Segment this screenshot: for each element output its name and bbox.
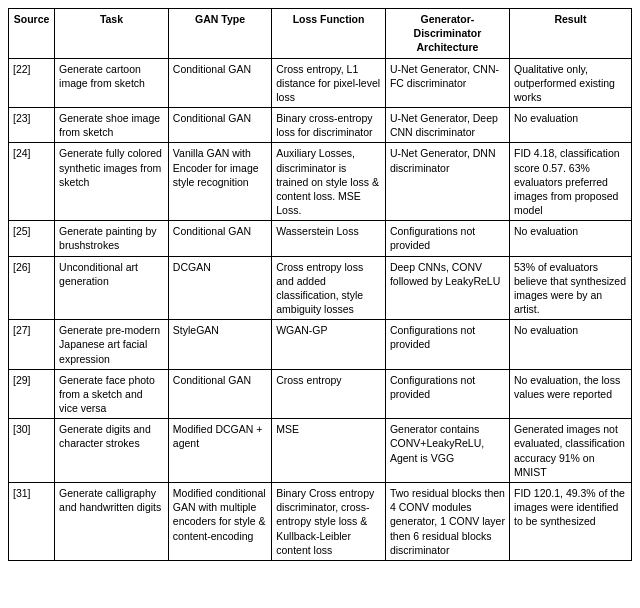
cell-source: [26]	[9, 256, 55, 320]
cell-loss: Binary cross-entropy loss for discrimina…	[272, 108, 386, 143]
cell-task: Generate digits and character strokes	[55, 419, 169, 483]
cell-task: Generate face photo from a sketch and vi…	[55, 369, 169, 419]
cell-task: Generate shoe image from sketch	[55, 108, 169, 143]
cell-source: [25]	[9, 221, 55, 256]
cell-source: [31]	[9, 482, 55, 560]
table-row: [22]Generate cartoon image from sketchCo…	[9, 58, 632, 108]
table-row: [31]Generate calligraphy and handwritten…	[9, 482, 632, 560]
cell-task: Unconditional art generation	[55, 256, 169, 320]
cell-result: No evaluation	[509, 108, 631, 143]
cell-source: [30]	[9, 419, 55, 483]
cell-gen-disc: Deep CNNs, CONV followed by LeakyReLU	[385, 256, 509, 320]
cell-gen-disc: U-Net Generator, DNN discriminator	[385, 143, 509, 221]
cell-gan: StyleGAN	[168, 320, 271, 370]
cell-gen-disc: Configurations not provided	[385, 221, 509, 256]
header-task: Task	[55, 9, 169, 59]
cell-loss: Wasserstein Loss	[272, 221, 386, 256]
cell-loss: MSE	[272, 419, 386, 483]
cell-source: [23]	[9, 108, 55, 143]
cell-result: FID 120.1, 49.3% of the images were iden…	[509, 482, 631, 560]
cell-gen-disc: Generator contains CONV+LeakyReLU, Agent…	[385, 419, 509, 483]
table-row: [24]Generate fully colored synthetic ima…	[9, 143, 632, 221]
cell-gan: Vanilla GAN with Encoder for image style…	[168, 143, 271, 221]
header-source: Source	[9, 9, 55, 59]
cell-gan: DCGAN	[168, 256, 271, 320]
cell-source: [29]	[9, 369, 55, 419]
cell-loss: WGAN-GP	[272, 320, 386, 370]
table-row: [23]Generate shoe image from sketchCondi…	[9, 108, 632, 143]
cell-gen-disc: Configurations not provided	[385, 369, 509, 419]
cell-task: Generate fully colored synthetic images …	[55, 143, 169, 221]
cell-gan: Modified DCGAN + agent	[168, 419, 271, 483]
cell-gan: Conditional GAN	[168, 58, 271, 108]
table-row: [25]Generate painting by brushstrokesCon…	[9, 221, 632, 256]
cell-loss: Cross entropy loss and added classificat…	[272, 256, 386, 320]
cell-loss: Cross entropy, L1 distance for pixel-lev…	[272, 58, 386, 108]
cell-result: No evaluation	[509, 320, 631, 370]
cell-gan: Conditional GAN	[168, 369, 271, 419]
header-gen-disc: Generator-Discriminator Architecture	[385, 9, 509, 59]
header-result: Result	[509, 9, 631, 59]
table-row: [29]Generate face photo from a sketch an…	[9, 369, 632, 419]
cell-result: Generated images not evaluated, classifi…	[509, 419, 631, 483]
cell-gen-disc: Configurations not provided	[385, 320, 509, 370]
cell-loss: Binary Cross entropy discriminator, cros…	[272, 482, 386, 560]
main-table: Source Task GAN Type Loss Function Gener…	[8, 8, 632, 561]
cell-result: FID 4.18, classification score 0.57. 63%…	[509, 143, 631, 221]
cell-task: Generate painting by brushstrokes	[55, 221, 169, 256]
header-loss: Loss Function	[272, 9, 386, 59]
table-row: [30]Generate digits and character stroke…	[9, 419, 632, 483]
cell-result: No evaluation	[509, 221, 631, 256]
cell-gen-disc: Two residual blocks then 4 CONV modules …	[385, 482, 509, 560]
table-row: [27]Generate pre-modern Japanese art fac…	[9, 320, 632, 370]
cell-gan: Conditional GAN	[168, 108, 271, 143]
cell-gen-disc: U-Net Generator, CNN-FC discriminator	[385, 58, 509, 108]
table-row: [26]Unconditional art generationDCGANCro…	[9, 256, 632, 320]
cell-source: [27]	[9, 320, 55, 370]
cell-result: No evaluation, the loss values were repo…	[509, 369, 631, 419]
cell-task: Generate calligraphy and handwritten dig…	[55, 482, 169, 560]
cell-gan: Conditional GAN	[168, 221, 271, 256]
cell-result: 53% of evaluators believe that synthesiz…	[509, 256, 631, 320]
cell-task: Generate cartoon image from sketch	[55, 58, 169, 108]
cell-gan: Modified conditional GAN with multiple e…	[168, 482, 271, 560]
cell-result: Qualitative only, outperformed existing …	[509, 58, 631, 108]
cell-source: [22]	[9, 58, 55, 108]
cell-loss: Auxiliary Losses, discriminator is train…	[272, 143, 386, 221]
header-gan: GAN Type	[168, 9, 271, 59]
cell-gen-disc: U-Net Generator, Deep CNN discriminator	[385, 108, 509, 143]
cell-source: [24]	[9, 143, 55, 221]
cell-task: Generate pre-modern Japanese art facial …	[55, 320, 169, 370]
cell-loss: Cross entropy	[272, 369, 386, 419]
